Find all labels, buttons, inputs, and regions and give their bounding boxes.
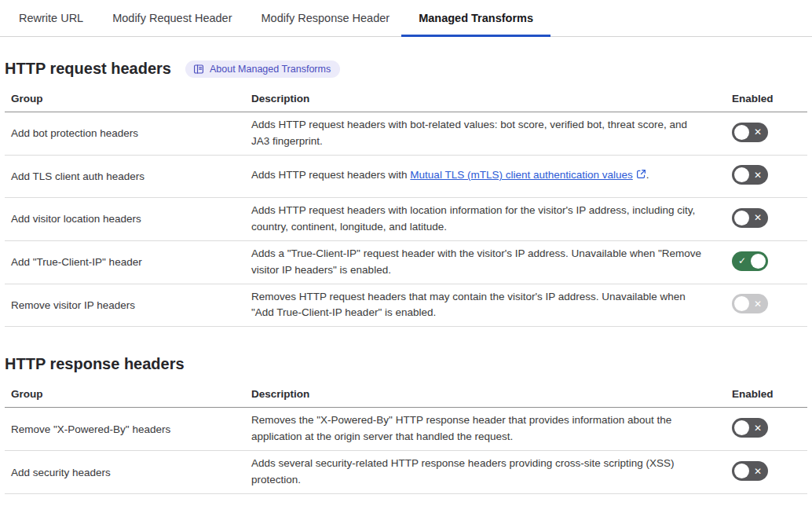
table-row: Remove visitor IP headers Removes HTTP r… [5, 284, 807, 328]
table-row: Add security headers Adds several securi… [5, 451, 807, 494]
enabled-cell: ✓ ✕ [726, 461, 801, 483]
column-header-group: Group [11, 388, 251, 400]
column-header-enabled: Enabled [726, 93, 801, 104]
toggle-knob [734, 167, 749, 182]
x-icon: ✕ [754, 294, 762, 313]
toggle-knob [734, 211, 749, 225]
table-row: Remove "X-Powered-By" headers Removes th… [5, 408, 807, 451]
group-cell: Remove visitor IP headers [11, 299, 251, 311]
toggle-knob [734, 464, 749, 478]
tab-rewrite-url[interactable]: Rewrite URL [19, 0, 83, 36]
column-header-description: Description [251, 93, 726, 104]
description-cell: Adds HTTP request headers with Mutual TL… [251, 167, 726, 185]
toggle-knob [734, 420, 749, 435]
group-cell: Add "True-Client-IP" header [11, 256, 251, 268]
enabled-toggle: ✓ ✕ [732, 294, 768, 313]
enabled-cell: ✓ ✕ [726, 123, 801, 145]
x-icon: ✕ [754, 418, 762, 438]
table-row: Add "True-Client-IP" header Adds a "True… [5, 241, 807, 284]
x-icon: ✕ [754, 165, 762, 185]
enabled-cell: ✓ ✕ [726, 165, 801, 187]
tab-modify-response-header[interactable]: Modify Response Header [262, 0, 390, 36]
column-header-group: Group [11, 93, 251, 104]
request-headers-table: Group Description Enabled Add bot protec… [5, 86, 807, 327]
enabled-toggle[interactable]: ✓ ✕ [732, 418, 768, 438]
response-section-title: HTTP response headers [5, 355, 185, 373]
x-icon: ✕ [754, 208, 762, 228]
toggle-knob [734, 125, 749, 140]
column-header-enabled: Enabled [726, 388, 801, 400]
enabled-cell: ✓ ✕ [726, 251, 801, 273]
enabled-toggle[interactable]: ✓ ✕ [732, 461, 768, 481]
description-text: Adds HTTP request headers with [251, 169, 410, 181]
description-cell: Adds a "True-Client-IP" request header w… [251, 246, 726, 279]
enabled-toggle[interactable]: ✓ ✕ [732, 208, 768, 228]
column-header-description: Description [251, 388, 726, 400]
table-row: Add bot protection headers Adds HTTP req… [5, 112, 807, 156]
tab-managed-transforms[interactable]: Managed Transforms [419, 0, 533, 36]
external-link-icon [636, 168, 646, 185]
group-cell: Add TLS client auth headers [11, 170, 251, 182]
enabled-toggle[interactable]: ✓ ✕ [732, 123, 768, 142]
enabled-toggle[interactable]: ✓ ✕ [732, 251, 768, 271]
table-header-row: Group Description Enabled [5, 381, 807, 408]
book-icon [193, 64, 204, 75]
table-row: Add TLS client auth headers Adds HTTP re… [5, 156, 807, 198]
toggle-knob [734, 296, 749, 311]
enabled-toggle[interactable]: ✓ ✕ [732, 165, 768, 185]
enabled-cell: ✓ ✕ [726, 294, 801, 316]
tab-modify-request-header[interactable]: Modify Request Header [112, 0, 232, 36]
group-cell: Add visitor location headers [11, 213, 251, 225]
group-cell: Add security headers [11, 467, 251, 478]
description-text: . [646, 169, 649, 181]
enabled-cell: ✓ ✕ [726, 418, 801, 440]
group-cell: Remove "X-Powered-By" headers [11, 423, 251, 435]
badge-label: About Managed Transforms [210, 64, 331, 75]
check-icon: ✓ [738, 251, 746, 271]
request-section-header: HTTP request headers About Managed Trans… [5, 60, 807, 78]
response-headers-table: Group Description Enabled Remove "X-Powe… [5, 381, 807, 494]
table-header-row: Group Description Enabled [5, 86, 807, 112]
enabled-cell: ✓ ✕ [726, 208, 801, 230]
about-managed-transforms-badge[interactable]: About Managed Transforms [185, 60, 340, 78]
description-cell: Adds several security-related HTTP respo… [251, 456, 726, 489]
group-cell: Add bot protection headers [11, 127, 251, 139]
description-cell: Adds HTTP request headers with location … [251, 203, 726, 236]
description-cell: Removes the "X-Powered-By" HTTP response… [251, 412, 726, 445]
description-cell: Removes HTTP request headers that may co… [251, 289, 726, 322]
main-content: HTTP request headers About Managed Trans… [0, 60, 812, 494]
toggle-knob [751, 254, 766, 269]
x-icon: ✕ [754, 123, 762, 142]
response-section-header: HTTP response headers [5, 355, 807, 373]
mtls-link[interactable]: Mutual TLS (mTLS) client authentication … [410, 169, 632, 181]
description-cell: Adds HTTP request headers with bot-relat… [251, 117, 726, 150]
x-icon: ✕ [754, 461, 762, 481]
tab-bar: Rewrite URL Modify Request Header Modify… [0, 0, 812, 37]
request-section-title: HTTP request headers [5, 60, 171, 78]
table-row: Add visitor location headers Adds HTTP r… [5, 198, 807, 241]
